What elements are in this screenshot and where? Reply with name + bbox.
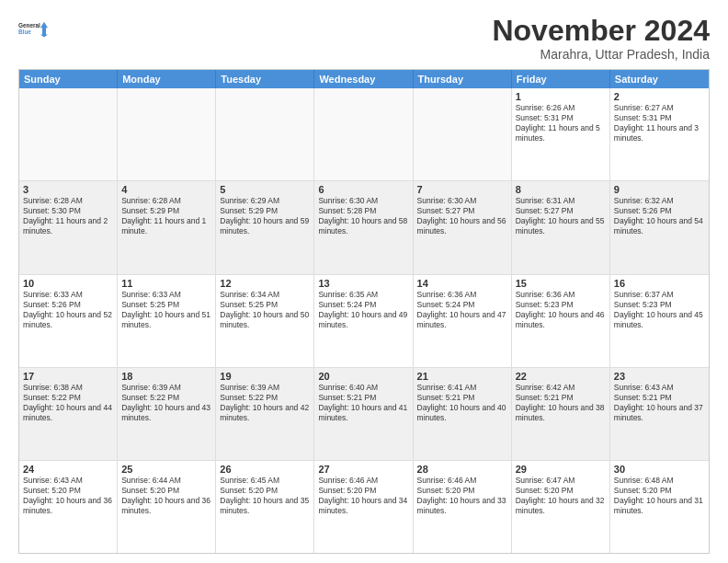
day-number: 24 bbox=[23, 464, 113, 475]
day-number: 1 bbox=[516, 91, 606, 102]
header-wednesday: Wednesday bbox=[314, 70, 413, 88]
cell-details: Sunrise: 6:38 AMSunset: 5:22 PMDaylight:… bbox=[23, 383, 113, 423]
calendar-cell bbox=[414, 88, 512, 180]
header: GeneralBlue November 2024 Marahra, Uttar… bbox=[18, 15, 710, 62]
location: Marahra, Uttar Pradesh, India bbox=[492, 47, 710, 62]
calendar-cell bbox=[216, 88, 314, 180]
svg-marker-2 bbox=[40, 22, 48, 38]
day-number: 26 bbox=[220, 464, 310, 475]
cell-details: Sunrise: 6:43 AMSunset: 5:20 PMDaylight:… bbox=[23, 476, 113, 516]
calendar-cell: 8Sunrise: 6:31 AMSunset: 5:27 PMDaylight… bbox=[512, 181, 610, 273]
calendar-cell: 19Sunrise: 6:39 AMSunset: 5:22 PMDayligh… bbox=[216, 368, 314, 460]
calendar-cell: 30Sunrise: 6:48 AMSunset: 5:20 PMDayligh… bbox=[610, 461, 709, 553]
svg-text:General: General bbox=[18, 22, 40, 29]
day-number: 23 bbox=[614, 371, 705, 382]
cell-details: Sunrise: 6:47 AMSunset: 5:20 PMDaylight:… bbox=[516, 476, 606, 516]
day-number: 22 bbox=[516, 371, 606, 382]
cell-details: Sunrise: 6:27 AMSunset: 5:31 PMDaylight:… bbox=[614, 103, 705, 144]
header-monday: Monday bbox=[118, 70, 216, 88]
cell-details: Sunrise: 6:44 AMSunset: 5:20 PMDaylight:… bbox=[121, 476, 211, 516]
cell-details: Sunrise: 6:29 AMSunset: 5:29 PMDaylight:… bbox=[220, 196, 310, 236]
calendar-cell: 14Sunrise: 6:36 AMSunset: 5:24 PMDayligh… bbox=[414, 275, 512, 367]
cell-details: Sunrise: 6:42 AMSunset: 5:21 PMDaylight:… bbox=[516, 383, 606, 423]
calendar-cell: 17Sunrise: 6:38 AMSunset: 5:22 PMDayligh… bbox=[19, 368, 118, 460]
header-thursday: Thursday bbox=[414, 70, 512, 88]
day-number: 11 bbox=[121, 278, 211, 289]
calendar-row-0: 1Sunrise: 6:26 AMSunset: 5:31 PMDaylight… bbox=[19, 88, 709, 181]
page: GeneralBlue November 2024 Marahra, Uttar… bbox=[0, 0, 728, 563]
calendar-cell: 10Sunrise: 6:33 AMSunset: 5:26 PMDayligh… bbox=[19, 275, 118, 367]
header-sunday: Sunday bbox=[19, 70, 118, 88]
cell-details: Sunrise: 6:39 AMSunset: 5:22 PMDaylight:… bbox=[220, 383, 310, 423]
cell-details: Sunrise: 6:28 AMSunset: 5:30 PMDaylight:… bbox=[23, 196, 113, 236]
calendar-cell: 27Sunrise: 6:46 AMSunset: 5:20 PMDayligh… bbox=[314, 461, 413, 553]
cell-details: Sunrise: 6:46 AMSunset: 5:20 PMDaylight:… bbox=[417, 476, 507, 516]
header-saturday: Saturday bbox=[610, 70, 709, 88]
header-friday: Friday bbox=[512, 70, 610, 88]
calendar-cell: 20Sunrise: 6:40 AMSunset: 5:21 PMDayligh… bbox=[314, 368, 413, 460]
calendar-cell: 12Sunrise: 6:34 AMSunset: 5:25 PMDayligh… bbox=[216, 275, 314, 367]
calendar-cell bbox=[19, 88, 118, 180]
calendar-cell: 7Sunrise: 6:30 AMSunset: 5:27 PMDaylight… bbox=[414, 181, 512, 273]
calendar-cell: 2Sunrise: 6:27 AMSunset: 5:31 PMDaylight… bbox=[610, 88, 709, 180]
calendar-cell: 22Sunrise: 6:42 AMSunset: 5:21 PMDayligh… bbox=[512, 368, 610, 460]
day-number: 27 bbox=[318, 464, 408, 475]
day-number: 25 bbox=[121, 464, 211, 475]
calendar-cell: 16Sunrise: 6:37 AMSunset: 5:23 PMDayligh… bbox=[610, 275, 709, 367]
cell-details: Sunrise: 6:35 AMSunset: 5:24 PMDaylight:… bbox=[318, 290, 408, 330]
day-number: 12 bbox=[220, 278, 310, 289]
day-number: 16 bbox=[614, 278, 705, 289]
header-tuesday: Tuesday bbox=[216, 70, 314, 88]
day-number: 30 bbox=[614, 464, 705, 475]
calendar-cell: 4Sunrise: 6:28 AMSunset: 5:29 PMDaylight… bbox=[118, 181, 216, 273]
calendar-cell: 29Sunrise: 6:47 AMSunset: 5:20 PMDayligh… bbox=[512, 461, 610, 553]
cell-details: Sunrise: 6:36 AMSunset: 5:24 PMDaylight:… bbox=[417, 290, 507, 330]
day-number: 7 bbox=[417, 184, 507, 195]
cell-details: Sunrise: 6:48 AMSunset: 5:20 PMDaylight:… bbox=[614, 476, 705, 516]
cell-details: Sunrise: 6:30 AMSunset: 5:27 PMDaylight:… bbox=[417, 196, 507, 236]
calendar-row-2: 10Sunrise: 6:33 AMSunset: 5:26 PMDayligh… bbox=[19, 275, 709, 368]
calendar-cell: 21Sunrise: 6:41 AMSunset: 5:21 PMDayligh… bbox=[414, 368, 512, 460]
calendar-cell bbox=[118, 88, 216, 180]
day-number: 14 bbox=[417, 278, 507, 289]
cell-details: Sunrise: 6:33 AMSunset: 5:25 PMDaylight:… bbox=[121, 290, 211, 330]
calendar-body: 1Sunrise: 6:26 AMSunset: 5:31 PMDaylight… bbox=[19, 88, 709, 553]
day-number: 3 bbox=[23, 184, 113, 195]
logo: GeneralBlue bbox=[18, 15, 48, 44]
day-number: 29 bbox=[516, 464, 606, 475]
cell-details: Sunrise: 6:30 AMSunset: 5:28 PMDaylight:… bbox=[318, 196, 408, 236]
calendar-cell: 5Sunrise: 6:29 AMSunset: 5:29 PMDaylight… bbox=[216, 181, 314, 273]
cell-details: Sunrise: 6:34 AMSunset: 5:25 PMDaylight:… bbox=[220, 290, 310, 330]
day-number: 4 bbox=[121, 184, 211, 195]
calendar-cell: 3Sunrise: 6:28 AMSunset: 5:30 PMDaylight… bbox=[19, 181, 118, 273]
calendar-row-4: 24Sunrise: 6:43 AMSunset: 5:20 PMDayligh… bbox=[19, 461, 709, 553]
cell-details: Sunrise: 6:36 AMSunset: 5:23 PMDaylight:… bbox=[516, 290, 606, 330]
svg-text:Blue: Blue bbox=[18, 29, 31, 35]
calendar-row-1: 3Sunrise: 6:28 AMSunset: 5:30 PMDaylight… bbox=[19, 181, 709, 274]
logo-icon: GeneralBlue bbox=[18, 15, 48, 44]
cell-details: Sunrise: 6:37 AMSunset: 5:23 PMDaylight:… bbox=[614, 290, 705, 330]
calendar-cell: 11Sunrise: 6:33 AMSunset: 5:25 PMDayligh… bbox=[118, 275, 216, 367]
day-number: 13 bbox=[318, 278, 408, 289]
cell-details: Sunrise: 6:45 AMSunset: 5:20 PMDaylight:… bbox=[220, 476, 310, 516]
day-number: 21 bbox=[417, 371, 507, 382]
month-title: November 2024 bbox=[492, 15, 710, 47]
calendar-cell: 1Sunrise: 6:26 AMSunset: 5:31 PMDaylight… bbox=[512, 88, 610, 180]
calendar-cell: 18Sunrise: 6:39 AMSunset: 5:22 PMDayligh… bbox=[118, 368, 216, 460]
calendar-cell: 28Sunrise: 6:46 AMSunset: 5:20 PMDayligh… bbox=[414, 461, 512, 553]
day-number: 19 bbox=[220, 371, 310, 382]
cell-details: Sunrise: 6:46 AMSunset: 5:20 PMDaylight:… bbox=[318, 476, 408, 516]
day-number: 8 bbox=[516, 184, 606, 195]
calendar-cell bbox=[314, 88, 413, 180]
day-number: 6 bbox=[318, 184, 408, 195]
day-number: 10 bbox=[23, 278, 113, 289]
calendar-cell: 6Sunrise: 6:30 AMSunset: 5:28 PMDaylight… bbox=[314, 181, 413, 273]
cell-details: Sunrise: 6:28 AMSunset: 5:29 PMDaylight:… bbox=[121, 196, 211, 236]
calendar-header: Sunday Monday Tuesday Wednesday Thursday… bbox=[19, 70, 709, 88]
day-number: 9 bbox=[614, 184, 705, 195]
cell-details: Sunrise: 6:41 AMSunset: 5:21 PMDaylight:… bbox=[417, 383, 507, 423]
day-number: 18 bbox=[121, 371, 211, 382]
day-number: 20 bbox=[318, 371, 408, 382]
cell-details: Sunrise: 6:33 AMSunset: 5:26 PMDaylight:… bbox=[23, 290, 113, 330]
calendar-cell: 25Sunrise: 6:44 AMSunset: 5:20 PMDayligh… bbox=[118, 461, 216, 553]
